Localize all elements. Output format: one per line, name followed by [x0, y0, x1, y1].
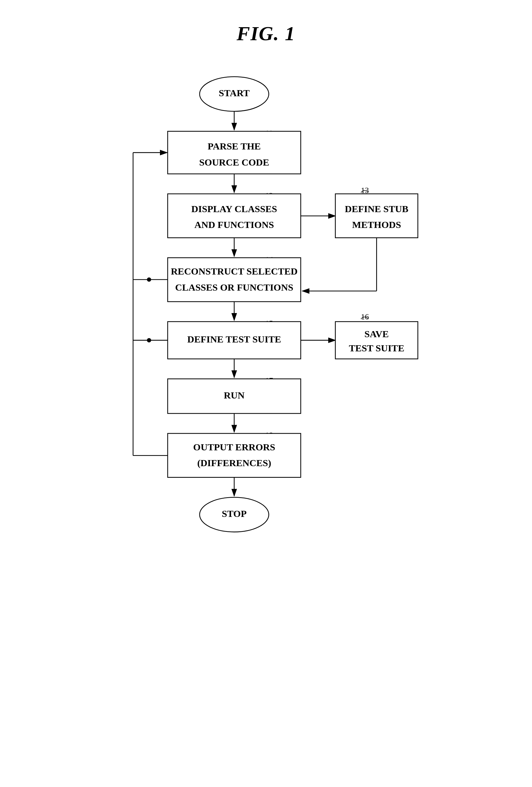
stop-label: STOP [221, 508, 247, 519]
node-14-label-2: CLASSES OR FUNCTIONS [175, 282, 293, 293]
node-13-label-2: METHODS [352, 219, 401, 230]
ref-16: 16 [361, 312, 369, 321]
node-11 [167, 131, 300, 174]
node-14-label-1: RECONSTRUCT SELECTED [171, 266, 297, 276]
node-18-label-1: OUTPUT ERRORS [193, 442, 275, 452]
node-11-label-1: PARSE THE [207, 141, 261, 151]
node-16 [335, 322, 418, 359]
node-11-label-2: SOURCE CODE [199, 157, 269, 168]
start-label: START [219, 88, 250, 98]
node-17-label: RUN [224, 390, 244, 400]
node-13 [335, 194, 418, 238]
flowchart-svg: START 11 PARSE THE SOURCE CODE 12 DISPLA… [100, 67, 432, 733]
node-12-label-2: AND FUNCTIONS [194, 219, 274, 230]
node-16-label-2: TEST SUITE [349, 343, 404, 353]
node-14 [167, 258, 300, 301]
page: FIG. 1 START 11 PARSE THE SOU [0, 0, 532, 787]
flowchart-container: START 11 PARSE THE SOURCE CODE 12 DISPLA… [100, 67, 432, 734]
node-18 [167, 433, 300, 477]
node-15-label: DEFINE TEST SUITE [187, 334, 281, 344]
ref-13: 13 [361, 186, 369, 195]
node-12-label-1: DISPLAY CLASSES [191, 204, 277, 214]
node-16-label-1: SAVE [364, 328, 389, 339]
node-13-label-1: DEFINE STUB [345, 204, 408, 214]
node-18-label-2: (DIFFERENCES) [197, 458, 271, 468]
node-12 [167, 194, 300, 238]
figure-title: FIG. 1 [236, 22, 295, 45]
